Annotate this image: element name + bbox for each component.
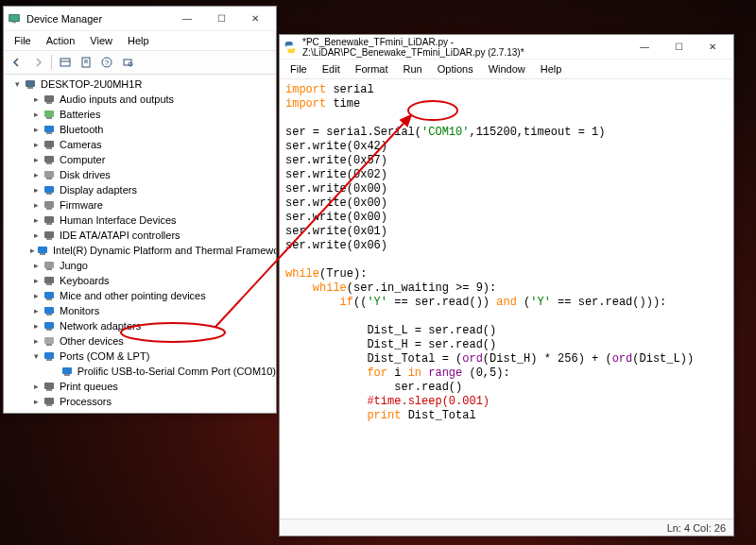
svg-rect-47 xyxy=(44,352,54,359)
svg-rect-13 xyxy=(44,95,54,102)
jungo-icon xyxy=(43,259,56,272)
tree-category-label: Print queues xyxy=(60,381,118,392)
forward-button[interactable] xyxy=(28,53,47,72)
svg-rect-16 xyxy=(46,117,52,119)
tree-category[interactable]: ▸Batteries xyxy=(8,107,276,122)
audio-icon xyxy=(43,93,56,106)
menu-file[interactable]: File xyxy=(8,33,38,48)
tree-device[interactable]: Prolific USB-to-Serial Comm Port (COM10) xyxy=(8,364,276,379)
tree-category-label: Mice and other pointing devices xyxy=(60,290,206,301)
code-editor[interactable]: import serial import time ser = serial.S… xyxy=(280,79,733,519)
tree-category[interactable]: ▸Print queues xyxy=(8,379,276,394)
svg-rect-35 xyxy=(44,262,54,268)
tree-category-label: Bluetooth xyxy=(60,124,103,135)
cpu-icon xyxy=(43,395,56,408)
devmgr-title: Device Manager xyxy=(26,13,170,25)
tree-category[interactable]: ▸Other devices xyxy=(8,333,276,349)
svg-rect-24 xyxy=(46,178,52,179)
tree-category-label: Human Interface Devices xyxy=(60,214,177,226)
tree-category-label: Network adapters xyxy=(60,320,141,332)
tree-root-label: DESKTOP-2U0MH1R xyxy=(41,78,142,90)
svg-rect-27 xyxy=(44,201,54,208)
svg-rect-39 xyxy=(44,292,54,298)
menu-edit[interactable]: Edit xyxy=(316,61,347,77)
tree-category[interactable]: ▸Bluetooth xyxy=(8,122,276,137)
maximize-button[interactable]: ☐ xyxy=(662,36,696,59)
svg-rect-44 xyxy=(46,329,52,331)
tree-device-label: Prolific USB-to-Serial Comm Port (COM10) xyxy=(77,366,276,377)
svg-rect-25 xyxy=(44,186,54,193)
keyboard-icon xyxy=(43,274,56,287)
menu-view[interactable]: View xyxy=(83,33,119,48)
svg-rect-22 xyxy=(46,162,52,164)
menu-action[interactable]: Action xyxy=(40,33,82,48)
network-icon xyxy=(43,319,56,332)
svg-rect-36 xyxy=(46,268,52,270)
menu-file[interactable]: File xyxy=(284,61,314,77)
minimize-button[interactable]: — xyxy=(627,36,662,59)
tree-category[interactable]: ▸Cameras xyxy=(8,137,276,152)
other-icon xyxy=(43,334,56,348)
devmgr-titlebar[interactable]: Device Manager — ☐ ✕ xyxy=(4,7,276,31)
tree-category-label: IDE ATA/ATAPI controllers xyxy=(60,230,180,241)
tree-category[interactable]: ▸IDE ATA/ATAPI controllers xyxy=(8,228,276,243)
svg-rect-18 xyxy=(46,132,52,134)
tree-category[interactable]: ▸Intel(R) Dynamic Platform and Thermal F… xyxy=(8,243,276,258)
devmgr-toolbar: ? xyxy=(4,51,276,75)
properties-button[interactable] xyxy=(77,53,95,72)
tree-category[interactable]: ▸Security devices xyxy=(8,409,276,413)
svg-rect-43 xyxy=(44,322,54,329)
port-icon xyxy=(60,365,74,378)
back-button[interactable] xyxy=(8,53,26,72)
maximize-button[interactable]: ☐ xyxy=(204,8,238,30)
tree-category[interactable]: ▸Mice and other pointing devices xyxy=(8,288,276,303)
camera-icon xyxy=(43,138,56,151)
tree-category[interactable]: ▾Ports (COM & LPT) xyxy=(8,349,276,364)
devmgr-tree[interactable]: ▾DESKTOP-2U0MH1R▸Audio inputs and output… xyxy=(4,75,276,413)
tree-category-label: Intel(R) Dynamic Platform and Thermal Fr… xyxy=(53,245,276,256)
menu-window[interactable]: Window xyxy=(482,61,532,77)
monitor-icon xyxy=(43,304,56,317)
tree-category-label: Keyboards xyxy=(60,275,110,286)
tree-category[interactable]: ▸Display adapters xyxy=(8,182,276,197)
menu-run[interactable]: Run xyxy=(397,61,429,77)
svg-rect-34 xyxy=(40,253,45,255)
tree-category-label: Firmware xyxy=(60,199,103,211)
scan-button[interactable] xyxy=(118,53,137,72)
tree-category[interactable]: ▸Jungo xyxy=(8,258,276,273)
show-hidden-button[interactable] xyxy=(56,53,75,72)
tree-category-label: Audio inputs and outputs xyxy=(60,94,174,105)
svg-rect-54 xyxy=(46,404,52,406)
svg-rect-37 xyxy=(44,277,54,283)
svg-text:?: ? xyxy=(105,59,110,67)
tree-category[interactable]: ▸Computer xyxy=(8,152,276,167)
battery-icon xyxy=(43,108,56,121)
tree-category-label: Jungo xyxy=(60,260,88,271)
tree-category[interactable]: ▸Human Interface Devices xyxy=(8,213,276,228)
tree-category[interactable]: ▸Keyboards xyxy=(8,273,276,288)
close-button[interactable]: ✕ xyxy=(696,36,730,59)
tree-category[interactable]: ▸Disk drives xyxy=(8,167,276,182)
svg-rect-46 xyxy=(46,344,52,346)
svg-rect-30 xyxy=(46,223,52,225)
minimize-button[interactable]: — xyxy=(170,8,204,30)
tree-category[interactable]: ▸Audio inputs and outputs xyxy=(8,92,276,107)
tree-root[interactable]: ▾DESKTOP-2U0MH1R xyxy=(8,77,276,92)
menu-format[interactable]: Format xyxy=(349,61,395,77)
device-manager-window: Device Manager — ☐ ✕ FileActionViewHelp … xyxy=(3,6,277,414)
close-button[interactable]: ✕ xyxy=(238,8,272,30)
tree-category[interactable]: ▸Monitors xyxy=(8,303,276,318)
svg-rect-48 xyxy=(46,359,52,361)
idle-titlebar[interactable]: *PC_Benewake_TFmini_LiDAR.py - Z:\LiDAR\… xyxy=(280,35,733,60)
tree-category[interactable]: ▸Network adapters xyxy=(8,318,276,333)
tree-category[interactable]: ▸Firmware xyxy=(8,197,276,213)
menu-help[interactable]: Help xyxy=(121,33,156,48)
svg-rect-19 xyxy=(44,141,54,147)
tree-category-label: Display adapters xyxy=(60,184,137,196)
help-button[interactable]: ? xyxy=(97,53,116,72)
menu-help[interactable]: Help xyxy=(534,61,569,77)
menu-options[interactable]: Options xyxy=(431,61,480,77)
display-icon xyxy=(43,183,56,196)
svg-rect-20 xyxy=(46,147,52,149)
tree-category[interactable]: ▸Processors xyxy=(8,394,276,409)
